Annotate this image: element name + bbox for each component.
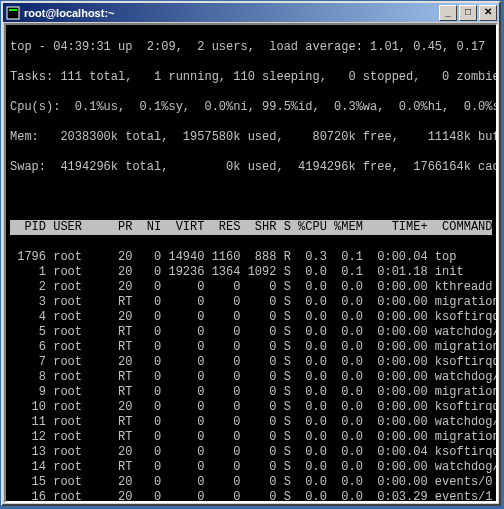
summary-line: top - 04:39:31 up 2:09, 2 users, load av… bbox=[10, 40, 492, 55]
svg-rect-1 bbox=[9, 9, 17, 11]
titlebar[interactable]: root@localhost:~ _ □ ✕ bbox=[3, 3, 499, 22]
terminal-body[interactable]: top - 04:39:31 up 2:09, 2 users, load av… bbox=[4, 23, 498, 503]
summary-line: Mem: 2038300k total, 1957580k used, 8072… bbox=[10, 130, 492, 145]
blank-line bbox=[10, 190, 492, 205]
process-row: 9 root RT 0 0 0 0 S 0.0 0.0 0:00.00 migr… bbox=[10, 385, 492, 400]
process-header: PID USER PR NI VIRT RES SHR S %CPU %MEM … bbox=[10, 220, 492, 235]
process-row: 6 root RT 0 0 0 0 S 0.0 0.0 0:00.00 migr… bbox=[10, 340, 492, 355]
process-row: 3 root RT 0 0 0 0 S 0.0 0.0 0:00.00 migr… bbox=[10, 295, 492, 310]
process-row: 7 root 20 0 0 0 0 S 0.0 0.0 0:00.00 ksof… bbox=[10, 355, 492, 370]
process-row: 15 root 20 0 0 0 0 S 0.0 0.0 0:00.00 eve… bbox=[10, 475, 492, 490]
process-row: 10 root 20 0 0 0 0 S 0.0 0.0 0:00.00 kso… bbox=[10, 400, 492, 415]
summary-line: Swap: 4194296k total, 0k used, 4194296k … bbox=[10, 160, 492, 175]
terminal-window: root@localhost:~ _ □ ✕ top - 04:39:31 up… bbox=[1, 1, 501, 506]
process-row: 13 root 20 0 0 0 0 S 0.0 0.0 0:00.04 kso… bbox=[10, 445, 492, 460]
process-row: 8 root RT 0 0 0 0 S 0.0 0.0 0:00.00 watc… bbox=[10, 370, 492, 385]
process-list: 1796 root 20 0 14940 1160 888 R 0.3 0.1 … bbox=[10, 250, 492, 503]
process-row: 11 root RT 0 0 0 0 S 0.0 0.0 0:00.00 wat… bbox=[10, 415, 492, 430]
svg-rect-0 bbox=[7, 7, 19, 19]
window-title: root@localhost:~ bbox=[24, 7, 439, 19]
minimize-button[interactable]: _ bbox=[439, 5, 457, 21]
summary-line: Cpu(s): 0.1%us, 0.1%sy, 0.0%ni, 99.5%id,… bbox=[10, 100, 492, 115]
maximize-button[interactable]: □ bbox=[459, 5, 477, 21]
process-row: 5 root RT 0 0 0 0 S 0.0 0.0 0:00.00 watc… bbox=[10, 325, 492, 340]
app-icon bbox=[5, 5, 21, 21]
process-row: 14 root RT 0 0 0 0 S 0.0 0.0 0:00.00 wat… bbox=[10, 460, 492, 475]
process-row: 16 root 20 0 0 0 0 S 0.0 0.0 0:03.29 eve… bbox=[10, 490, 492, 503]
process-row: 1 root 20 0 19236 1364 1092 S 0.0 0.1 0:… bbox=[10, 265, 492, 280]
close-button[interactable]: ✕ bbox=[479, 5, 497, 21]
process-row: 4 root 20 0 0 0 0 S 0.0 0.0 0:00.00 ksof… bbox=[10, 310, 492, 325]
process-row: 12 root RT 0 0 0 0 S 0.0 0.0 0:00.00 mig… bbox=[10, 430, 492, 445]
window-controls: _ □ ✕ bbox=[439, 5, 497, 21]
process-row: 2 root 20 0 0 0 0 S 0.0 0.0 0:00.00 kthr… bbox=[10, 280, 492, 295]
summary-line: Tasks: 111 total, 1 running, 110 sleepin… bbox=[10, 70, 492, 85]
process-row: 1796 root 20 0 14940 1160 888 R 0.3 0.1 … bbox=[10, 250, 492, 265]
